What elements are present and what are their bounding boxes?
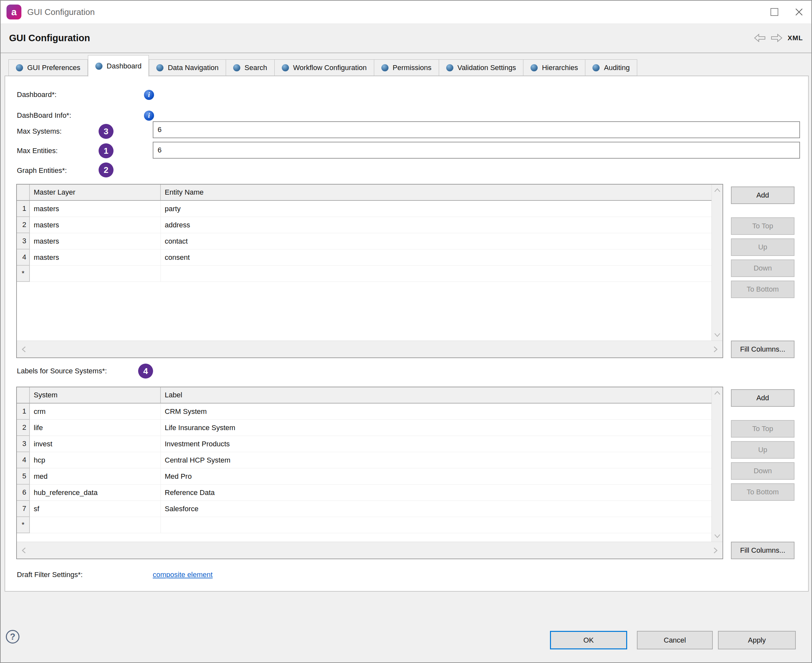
tab-sphere-icon xyxy=(156,64,163,71)
tab-data-navigation[interactable]: Data Navigation xyxy=(149,59,226,76)
row-number[interactable]: 1 xyxy=(17,404,30,420)
cell-label[interactable] xyxy=(161,517,712,533)
column-header-system[interactable]: System xyxy=(30,387,161,403)
cell-label[interactable]: Reference Data xyxy=(161,485,712,501)
cell-label[interactable]: Med Pro xyxy=(161,468,712,485)
scroll-down-icon[interactable] xyxy=(714,534,721,538)
new-row-marker[interactable]: * xyxy=(17,266,30,282)
source-systems-to-top-button[interactable]: To Top xyxy=(731,420,794,438)
labels-for-source-systems-label: Labels for Source Systems*: xyxy=(17,367,107,375)
source-systems-up-button[interactable]: Up xyxy=(731,441,794,459)
row-number[interactable]: 4 xyxy=(17,249,30,266)
xml-view-button[interactable]: XML xyxy=(788,34,803,42)
cancel-button[interactable]: Cancel xyxy=(637,631,713,649)
tab-dashboard[interactable]: Dashboard xyxy=(88,55,149,76)
page-title: GUI Configuration xyxy=(9,33,90,44)
composite-element-link[interactable]: composite element xyxy=(153,571,213,579)
cell-master-layer[interactable]: masters xyxy=(30,249,161,266)
gui-configuration-window: a GUI Configuration GUI Configuration XM… xyxy=(0,0,812,663)
cell-entity-name[interactable]: address xyxy=(161,217,712,233)
help-icon[interactable]: ? xyxy=(6,630,19,644)
new-row-marker[interactable]: * xyxy=(17,517,30,533)
table-row: 6 hub_reference_data Reference Data xyxy=(17,485,712,501)
ok-button[interactable]: OK xyxy=(550,631,627,649)
tab-search[interactable]: Search xyxy=(226,59,274,76)
dashboard-info-info-icon[interactable]: i xyxy=(144,111,154,121)
graph-entities-fill-columns-button[interactable]: Fill Columns... xyxy=(731,341,794,358)
tab-hierarchies[interactable]: Hierarchies xyxy=(523,59,585,76)
cell-entity-name[interactable]: party xyxy=(161,201,712,217)
graph-entities-add-button[interactable]: Add xyxy=(731,186,794,204)
cell-entity-name[interactable]: contact xyxy=(161,233,712,249)
row-number-header xyxy=(17,387,30,403)
cell-entity-name[interactable]: consent xyxy=(161,249,712,266)
cell-label[interactable]: Investment Products xyxy=(161,436,712,452)
cell-system[interactable]: med xyxy=(30,468,161,485)
row-number[interactable]: 5 xyxy=(17,468,30,485)
source-systems-to-bottom-button[interactable]: To Bottom xyxy=(731,483,794,501)
cell-label[interactable]: Life Insurance System xyxy=(161,420,712,436)
scroll-up-icon[interactable] xyxy=(714,188,721,192)
apply-button[interactable]: Apply xyxy=(718,631,796,649)
cell-system[interactable]: crm xyxy=(30,404,161,420)
scroll-right-icon[interactable] xyxy=(714,547,718,554)
cell-entity-name[interactable] xyxy=(161,266,712,282)
close-button[interactable] xyxy=(787,1,811,23)
table-header-row: System Label xyxy=(17,387,712,404)
cell-system[interactable]: hub_reference_data xyxy=(30,485,161,501)
row-number[interactable]: 6 xyxy=(17,485,30,501)
cell-master-layer[interactable]: masters xyxy=(30,217,161,233)
column-header-entity-name[interactable]: Entity Name xyxy=(161,184,712,200)
row-number[interactable]: 2 xyxy=(17,420,30,436)
row-number[interactable]: 3 xyxy=(17,233,30,249)
scroll-left-icon[interactable] xyxy=(21,547,26,554)
scroll-down-icon[interactable] xyxy=(714,333,721,337)
header-toolbar: XML xyxy=(754,33,803,42)
maximize-button[interactable] xyxy=(762,1,787,23)
cell-system[interactable]: sf xyxy=(30,501,161,517)
tab-permissions[interactable]: Permissions xyxy=(374,59,439,76)
row-number[interactable]: 2 xyxy=(17,217,30,233)
row-number[interactable]: 3 xyxy=(17,436,30,452)
column-header-master-layer[interactable]: Master Layer xyxy=(30,184,161,200)
source-systems-add-button[interactable]: Add xyxy=(731,389,794,407)
source-systems-fill-columns-button[interactable]: Fill Columns... xyxy=(731,542,794,559)
back-arrow-icon[interactable] xyxy=(754,33,766,42)
vertical-scrollbar[interactable] xyxy=(712,387,723,542)
tab-workflow-configuration[interactable]: Workflow Configuration xyxy=(274,59,374,76)
row-number[interactable]: 7 xyxy=(17,501,30,517)
cell-master-layer[interactable] xyxy=(30,266,161,282)
vertical-scrollbar[interactable] xyxy=(712,184,723,341)
graph-entities-up-button[interactable]: Up xyxy=(731,238,794,256)
scroll-right-icon[interactable] xyxy=(714,346,718,353)
scroll-left-icon[interactable] xyxy=(21,346,26,353)
graph-entities-down-button[interactable]: Down xyxy=(731,259,794,277)
tab-sphere-icon xyxy=(531,64,538,71)
column-header-label[interactable]: Label xyxy=(161,387,712,403)
source-systems-down-button[interactable]: Down xyxy=(731,462,794,480)
scroll-up-icon[interactable] xyxy=(714,391,721,395)
graph-entities-to-bottom-button[interactable]: To Bottom xyxy=(731,281,794,298)
horizontal-scrollbar[interactable] xyxy=(17,542,723,559)
cell-system[interactable]: invest xyxy=(30,436,161,452)
row-number[interactable]: 1 xyxy=(17,201,30,217)
cell-system[interactable] xyxy=(30,517,161,533)
cell-label[interactable]: Salesforce xyxy=(161,501,712,517)
graph-entities-to-top-button[interactable]: To Top xyxy=(731,217,794,235)
tab-validation-settings[interactable]: Validation Settings xyxy=(439,59,524,76)
max-systems-input[interactable] xyxy=(153,121,800,138)
tab-auditing[interactable]: Auditing xyxy=(585,59,637,76)
tab-gui-preferences[interactable]: GUI Preferences xyxy=(8,59,88,76)
max-entities-input[interactable] xyxy=(153,142,800,158)
horizontal-scrollbar[interactable] xyxy=(17,341,723,357)
cell-system[interactable]: life xyxy=(30,420,161,436)
cell-label[interactable]: Central HCP System xyxy=(161,452,712,468)
cell-master-layer[interactable]: masters xyxy=(30,201,161,217)
cell-master-layer[interactable]: masters xyxy=(30,233,161,249)
max-entities-label: Max Entities: xyxy=(17,147,58,155)
forward-arrow-icon[interactable] xyxy=(771,33,783,42)
row-number[interactable]: 4 xyxy=(17,452,30,468)
cell-label[interactable]: CRM System xyxy=(161,404,712,420)
cell-system[interactable]: hcp xyxy=(30,452,161,468)
dashboard-info-icon[interactable]: i xyxy=(144,90,154,100)
